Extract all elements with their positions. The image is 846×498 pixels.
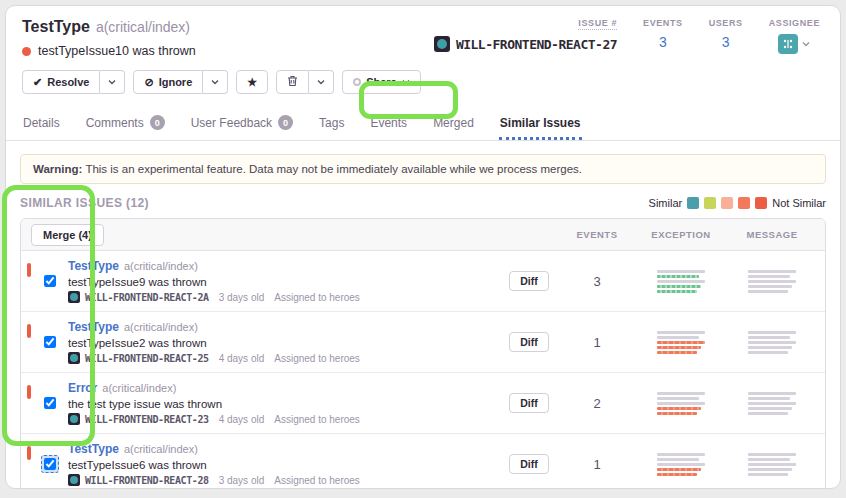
diff-button[interactable]: Diff <box>509 393 549 413</box>
chevron-down-icon <box>402 78 410 86</box>
issue-meta: WILL-FRONTEND-REACT-28 3 days old Assign… <box>68 474 360 486</box>
error-level-bar <box>27 263 31 277</box>
resolve-button[interactable]: ✔Resolve <box>22 70 100 94</box>
issue-meta: WILL-FRONTEND-REACT-25 4 days old Assign… <box>68 352 360 364</box>
row-checkbox[interactable] <box>44 458 56 470</box>
resolve-dropdown-button[interactable] <box>100 70 125 94</box>
row-checkbox[interactable] <box>44 336 56 348</box>
issue-annotation: a(critical/index) <box>124 443 198 455</box>
row-content: Errora(critical/index) the test type iss… <box>68 381 360 425</box>
row-content: TestTypea(critical/index) testTypeIssue9… <box>68 259 360 303</box>
ignore-dropdown-button[interactable] <box>203 70 228 94</box>
experimental-warning-banner: Warning: This is an experimental feature… <box>20 154 826 184</box>
row-events-count: 3 <box>561 274 633 289</box>
issue-annotation: a(critical/index) <box>124 260 198 272</box>
panel-column-headers: EVENTS EXCEPTION MESSAGE <box>497 229 815 240</box>
message-similarity-viz <box>748 392 796 415</box>
issue-message: testTypeIssue10 was thrown <box>38 44 196 58</box>
share-button[interactable]: Share <box>342 70 421 94</box>
project-id: WILL-FRONTEND-REACT-23 <box>68 413 209 425</box>
tab-comments[interactable]: Comments0 <box>85 106 166 140</box>
tab-merged[interactable]: Merged <box>432 106 475 140</box>
users-count[interactable]: 3 <box>722 34 730 50</box>
issue-short-id[interactable]: WILL-FRONTEND-REACT-27 <box>434 36 617 52</box>
message-similarity-viz <box>748 331 796 354</box>
tab-details[interactable]: Details <box>22 106 61 140</box>
ignore-button[interactable]: ⊘Ignore <box>133 70 203 94</box>
exception-similarity-viz <box>657 392 705 415</box>
assignee-label: ASSIGNEE <box>769 18 820 28</box>
delete-button-group <box>276 70 334 94</box>
similar-issue-row: TestTypea(critical/index) testTypeIssue9… <box>21 251 825 312</box>
issue-type-link[interactable]: Error <box>68 381 97 395</box>
issue-type-link[interactable]: TestType <box>68 259 119 273</box>
issue-assigned: Assigned to heroes <box>274 475 360 486</box>
row-right-columns: Diff 1 <box>497 453 815 476</box>
error-level-bar <box>27 446 31 460</box>
issue-type-link[interactable]: TestType <box>68 320 119 334</box>
issue-annotation: a(critical/index) <box>102 382 176 394</box>
row-right-columns: Diff 1 <box>497 331 815 354</box>
exception-similarity-viz <box>657 331 705 354</box>
comments-count-badge: 0 <box>150 115 165 130</box>
tab-events[interactable]: Events <box>369 106 408 140</box>
issue-subtitle: a(critical/index) <box>96 19 190 35</box>
row-checkbox[interactable] <box>44 275 56 287</box>
tab-user-feedback[interactable]: User Feedback0 <box>190 106 294 140</box>
issue-detail-card: TestTypea(critical/index) testTypeIssue1… <box>5 5 841 489</box>
users-column: USERS 3 <box>709 18 743 58</box>
issue-meta: WILL-FRONTEND-REACT-2A 3 days old Assign… <box>68 291 360 303</box>
legend-similar-label: Similar <box>649 197 683 209</box>
events-column-header: EVENTS <box>561 229 633 240</box>
project-icon <box>434 36 450 52</box>
delete-button[interactable] <box>276 70 309 94</box>
diff-button[interactable]: Diff <box>509 332 549 352</box>
issue-short-id-text: WILL-FRONTEND-REACT-27 <box>456 37 617 52</box>
issue-annotation: a(critical/index) <box>124 321 198 333</box>
ignore-button-group: ⊘Ignore <box>133 70 228 94</box>
delete-dropdown-button[interactable] <box>309 70 334 94</box>
events-count[interactable]: 3 <box>659 34 667 50</box>
issue-age: 3 days old <box>219 475 265 486</box>
similar-issues-section: SIMILAR ISSUES (12) Similar Not Similar … <box>6 184 840 489</box>
similar-section-header: SIMILAR ISSUES (12) Similar Not Similar <box>20 196 826 210</box>
issue-header-left: TestTypea(critical/index) testTypeIssue1… <box>22 18 196 58</box>
tab-similar-issues[interactable]: Similar Issues <box>499 106 582 140</box>
issue-meta: WILL-FRONTEND-REACT-23 4 days old Assign… <box>68 413 360 425</box>
star-icon: ★ <box>247 77 257 88</box>
issue-number-column: ISSUE # WILL-FRONTEND-REACT-27 <box>434 18 617 58</box>
issue-assigned: Assigned to heroes <box>274 353 360 364</box>
message-similarity-viz <box>748 270 796 293</box>
tab-tags[interactable]: Tags <box>318 106 345 140</box>
issue-tabs: Details Comments0 User Feedback0 Tags Ev… <box>6 106 840 141</box>
issue-age: 4 days old <box>219 353 265 364</box>
exception-column-header: EXCEPTION <box>633 229 729 240</box>
assignee-selector[interactable] <box>778 34 810 54</box>
issue-age: 3 days old <box>219 292 265 303</box>
project-id: WILL-FRONTEND-REACT-28 <box>68 474 209 486</box>
error-level-dot-icon <box>22 47 31 56</box>
project-icon <box>68 413 80 425</box>
feedback-count-badge: 0 <box>278 115 293 130</box>
row-checkbox-wrapper <box>41 333 59 351</box>
project-id: WILL-FRONTEND-REACT-25 <box>68 352 209 364</box>
similar-issue-row: Errora(critical/index) the test type iss… <box>21 373 825 434</box>
action-toolbar: ✔Resolve ⊘Ignore ★ Share <box>6 58 840 104</box>
exception-similarity-viz <box>657 453 705 476</box>
row-checkbox[interactable] <box>44 397 56 409</box>
share-ring-icon <box>353 78 361 86</box>
similar-issues-panel: Merge (4) EVENTS EXCEPTION MESSAGE TestT… <box>20 218 826 489</box>
issue-title: TestType <box>22 18 90 35</box>
users-label: USERS <box>709 18 743 28</box>
assignee-avatar <box>778 34 798 54</box>
row-events-count: 2 <box>561 396 633 411</box>
merge-button[interactable]: Merge (4) <box>31 224 104 246</box>
diff-button[interactable]: Diff <box>509 454 549 474</box>
issue-type-link[interactable]: TestType <box>68 442 119 456</box>
chevron-down-icon <box>317 78 325 86</box>
diff-button[interactable]: Diff <box>509 271 549 291</box>
message-similarity-viz <box>748 453 796 476</box>
issue-message: the test type issue was thrown <box>68 398 360 410</box>
mute-icon: ⊘ <box>144 77 153 88</box>
bookmark-button[interactable]: ★ <box>236 70 268 94</box>
